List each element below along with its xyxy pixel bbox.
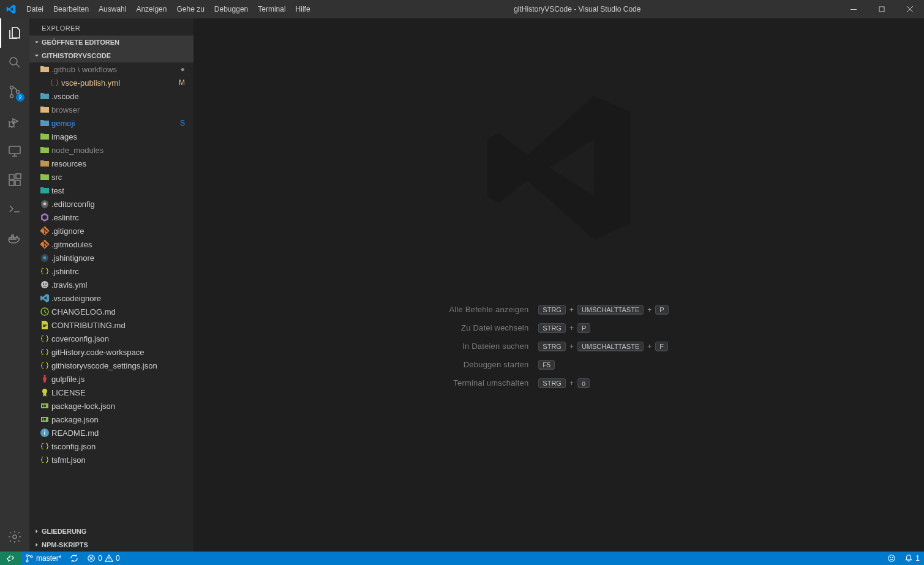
tree-item[interactable]: githistoryvscode_settings.json bbox=[29, 359, 193, 372]
tree-item[interactable]: README.md bbox=[29, 426, 193, 440]
svg-point-30 bbox=[888, 555, 895, 562]
activity-search[interactable] bbox=[0, 48, 29, 77]
braces-icon bbox=[38, 441, 51, 451]
folder-icon bbox=[38, 145, 51, 155]
activity-extensions[interactable] bbox=[0, 165, 29, 195]
git-icon bbox=[38, 239, 51, 249]
menu-item-terminal[interactable]: Terminal bbox=[253, 0, 290, 18]
tree-item[interactable]: .gitmodules bbox=[29, 238, 193, 251]
tree-item[interactable]: package-lock.json bbox=[29, 399, 193, 413]
status-sync[interactable] bbox=[66, 552, 83, 565]
activity-remote-explorer[interactable] bbox=[0, 136, 29, 165]
status-feedback[interactable] bbox=[883, 552, 900, 565]
cert-icon bbox=[38, 387, 51, 397]
tree-item[interactable]: coverconfig.json bbox=[29, 332, 193, 345]
tree-item[interactable]: src bbox=[29, 170, 193, 184]
activity-terminal-icon[interactable] bbox=[0, 195, 29, 224]
tree-item[interactable]: gemojiS bbox=[29, 116, 193, 130]
activity-explorer[interactable] bbox=[0, 18, 29, 48]
shortcut-label: In Dateien suchen bbox=[449, 342, 530, 351]
tree-item[interactable]: browser bbox=[29, 103, 193, 116]
menu-item-debuggen[interactable]: Debuggen bbox=[209, 0, 253, 18]
tree-item[interactable]: CHANGELOG.md bbox=[29, 305, 193, 318]
tree-item[interactable]: tsconfig.json bbox=[29, 440, 193, 453]
svg-point-27 bbox=[26, 560, 28, 562]
section-workspace[interactable]: GITHISTORYVSCODE bbox=[29, 49, 193, 62]
svg-rect-0 bbox=[879, 7, 884, 12]
vscode-icon bbox=[38, 293, 51, 303]
tree-item-label: package.json bbox=[51, 415, 193, 424]
svg-rect-8 bbox=[9, 181, 14, 185]
tree-item[interactable]: .jshintignore bbox=[29, 251, 193, 264]
tree-item-label: gitHistory.code-workspace bbox=[51, 348, 193, 357]
gear-icon bbox=[38, 199, 51, 209]
app-icon bbox=[0, 4, 21, 14]
shortcut-label: Terminal umschalten bbox=[449, 378, 530, 387]
tree-item-label: images bbox=[51, 132, 193, 141]
tree-item-label: coverconfig.json bbox=[51, 334, 193, 343]
tree-item-label: .github \ workflows bbox=[51, 65, 181, 74]
tree-item[interactable]: .travis.yml bbox=[29, 278, 193, 291]
tree-item[interactable]: CONTRIBUTING.md bbox=[29, 318, 193, 332]
svg-point-15 bbox=[13, 535, 17, 539]
activity-debug[interactable] bbox=[0, 107, 29, 136]
window-minimize[interactable] bbox=[839, 0, 868, 18]
section-open-editors-label: GEÖFFNETE EDITOREN bbox=[42, 39, 119, 46]
tree-item-label: vsce-publish.yml bbox=[61, 78, 179, 88]
section-open-editors[interactable]: GEÖFFNETE EDITOREN bbox=[29, 36, 193, 49]
scm-badge: 2 bbox=[16, 93, 24, 102]
status-errors-count: 0 bbox=[98, 554, 102, 563]
tree-item[interactable]: package.json bbox=[29, 413, 193, 426]
section-npm[interactable]: NPM-SKRIPTS bbox=[29, 538, 193, 552]
menu-item-gehe zu[interactable]: Gehe zu bbox=[171, 0, 209, 18]
tree-item[interactable]: .github \ workflows● bbox=[29, 62, 193, 76]
tree-item[interactable]: gitHistory.code-workspace bbox=[29, 345, 193, 359]
keyboard-shortcuts-hint: Alle Befehle anzeigenSTRG+UMSCHALTTASTE+… bbox=[449, 305, 668, 388]
tree-item[interactable]: vsce-publish.ymlM bbox=[29, 76, 193, 89]
tree-item[interactable]: images bbox=[29, 130, 193, 143]
shortcut-keys: F5 bbox=[538, 360, 668, 370]
tree-item[interactable]: test bbox=[29, 184, 193, 197]
menu-item-datei[interactable]: Datei bbox=[21, 0, 48, 18]
activity-settings[interactable] bbox=[0, 522, 29, 552]
tree-item[interactable]: node_modules bbox=[29, 143, 193, 157]
tree-item[interactable]: .jshintrc bbox=[29, 264, 193, 278]
tree-item[interactable]: resources bbox=[29, 157, 193, 170]
section-outline[interactable]: GLIEDERUNG bbox=[29, 525, 193, 538]
folder-icon bbox=[38, 105, 51, 114]
status-warnings-count: 0 bbox=[116, 554, 120, 563]
tree-item[interactable]: tsfmt.json bbox=[29, 453, 193, 466]
menu-item-auswahl[interactable]: Auswahl bbox=[94, 0, 131, 18]
chevron-right-icon bbox=[32, 541, 42, 548]
window-maximize[interactable] bbox=[868, 0, 896, 18]
window-title: gitHistoryVSCode - Visual Studio Code bbox=[315, 5, 839, 13]
braces-icon bbox=[38, 347, 51, 357]
window-close[interactable] bbox=[896, 0, 924, 18]
tree-item[interactable]: gulpfile.js bbox=[29, 372, 193, 386]
tree-item-label: src bbox=[51, 173, 193, 182]
status-problems[interactable]: 0 0 bbox=[83, 552, 124, 565]
svg-rect-12 bbox=[12, 238, 13, 239]
tree-item-label: .gitignore bbox=[51, 226, 193, 236]
menu-item-hilfe[interactable]: Hilfe bbox=[291, 0, 315, 18]
folder-icon bbox=[38, 185, 51, 195]
status-branch-label: master* bbox=[36, 554, 61, 563]
tree-item[interactable]: .eslintrc bbox=[29, 211, 193, 224]
status-bar: master* 0 0 1 bbox=[0, 552, 924, 565]
status-remote[interactable] bbox=[0, 552, 21, 565]
keyboard-key: STRG bbox=[538, 342, 566, 351]
svg-rect-7 bbox=[9, 174, 14, 179]
tree-item[interactable]: .editorconfig bbox=[29, 197, 193, 211]
tree-item[interactable]: .vscode bbox=[29, 89, 193, 103]
tree-item[interactable]: .vscodeignore bbox=[29, 291, 193, 305]
status-notifications[interactable]: 1 bbox=[900, 552, 924, 565]
tree-item[interactable]: LICENSE bbox=[29, 386, 193, 399]
activity-docker[interactable] bbox=[0, 224, 29, 253]
svg-point-31 bbox=[890, 557, 891, 558]
tree-item[interactable]: .gitignore bbox=[29, 224, 193, 238]
activity-scm[interactable]: 2 bbox=[0, 77, 29, 107]
menu-item-bearbeiten[interactable]: Bearbeiten bbox=[48, 0, 94, 18]
menu-item-anzeigen[interactable]: Anzeigen bbox=[131, 0, 171, 18]
tree-item-decoration: S bbox=[180, 119, 185, 127]
status-branch[interactable]: master* bbox=[21, 552, 66, 565]
